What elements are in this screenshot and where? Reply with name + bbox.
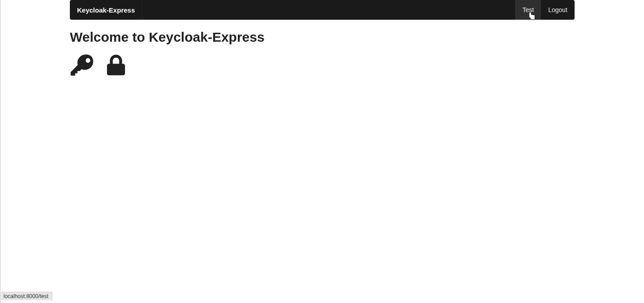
nav-link-test[interactable]: Test (515, 0, 541, 20)
navbar-brand[interactable]: Keycloak-Express (70, 0, 142, 20)
main-content: Welcome to Keycloak-Express (70, 20, 575, 79)
lock-icon (107, 55, 125, 77)
navbar: Keycloak-Express Test Logout (70, 0, 575, 20)
nav-link-logout[interactable]: Logout (541, 0, 575, 20)
icon-row (70, 53, 575, 79)
status-url: localhost:8000/test (1, 292, 52, 300)
page-title: Welcome to Keycloak-Express (70, 30, 575, 45)
key-icon (70, 53, 94, 79)
navbar-spacer (142, 0, 515, 20)
